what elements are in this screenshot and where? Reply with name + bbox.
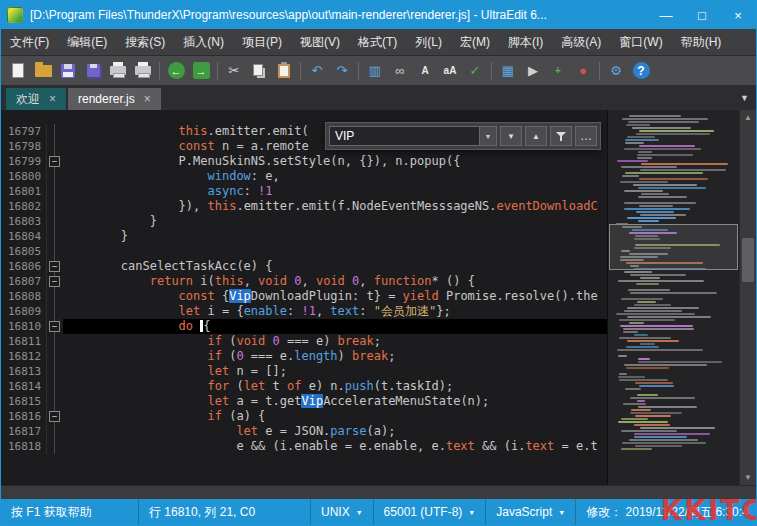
minimap-viewport[interactable]: [609, 224, 738, 270]
case-toggle-icon[interactable]: aA: [438, 59, 462, 83]
play-macro-icon[interactable]: ▶: [521, 59, 545, 83]
status-line-ending[interactable]: UNIX ▼: [311, 499, 374, 525]
fold-column: [47, 169, 63, 184]
fold-collapse-icon[interactable]: −: [49, 156, 60, 167]
minimize-button[interactable]: —: [648, 1, 684, 29]
scroll-down-icon[interactable]: ▼: [740, 470, 756, 485]
record-icon-glyph: ●: [579, 63, 587, 78]
undo-icon[interactable]: ↶: [305, 59, 329, 83]
status-position[interactable]: 行 16810, 列 21, C0: [139, 499, 311, 525]
editor-line-16813[interactable]: 16813 let n = [];: [1, 364, 607, 379]
editor-line-16817[interactable]: 16817 let e = JSON.parse(a);: [1, 424, 607, 439]
editor-line-16800[interactable]: 16800 window: e,: [1, 169, 607, 184]
record-icon[interactable]: ●: [571, 59, 595, 83]
save-icon[interactable]: [56, 59, 80, 83]
editor-line-16801[interactable]: 16801 async: !1: [1, 184, 607, 199]
save-all-icon[interactable]: [81, 59, 105, 83]
editor-line-16803[interactable]: 16803 }: [1, 214, 607, 229]
editor-line-16805[interactable]: 16805: [1, 244, 607, 259]
editor-line-16802[interactable]: 16802 }), this.emitter.emit(f.NodeEventM…: [1, 199, 607, 214]
editor-line-16807[interactable]: 16807− return i(this, void 0, void 0, fu…: [1, 274, 607, 289]
minimap[interactable]: [607, 110, 739, 485]
scroll-up-icon[interactable]: ▲: [740, 110, 756, 125]
toolbar-divider: [491, 62, 492, 80]
cut-icon[interactable]: ✂: [222, 59, 246, 83]
find-icon[interactable]: ∞: [388, 59, 412, 83]
find-prev-button[interactable]: ▲: [525, 126, 547, 146]
find-more-button[interactable]: …: [575, 126, 597, 146]
editor-line-16816[interactable]: 16816− if (a) {: [1, 409, 607, 424]
menu-item[interactable]: 文件(F): [1, 29, 58, 55]
fold-collapse-icon[interactable]: −: [49, 321, 60, 332]
menu-item[interactable]: 搜索(S): [116, 29, 174, 55]
tab-welcome[interactable]: 欢迎×: [6, 88, 66, 110]
redo-icon[interactable]: ↷: [330, 59, 354, 83]
settings-gear-icon[interactable]: ⚙: [604, 59, 628, 83]
find-next-button[interactable]: ▼: [500, 126, 522, 146]
fold-column[interactable]: −: [47, 154, 63, 169]
open-folder-icon[interactable]: [31, 59, 55, 83]
fold-collapse-icon[interactable]: −: [49, 411, 60, 422]
editor-line-16806[interactable]: 16806− canSelectTaskAcc(e) {: [1, 259, 607, 274]
ultraedit-window: [D:\Program Files\ThunderX\Program\resou…: [0, 0, 757, 526]
status-encoding[interactable]: 65001 (UTF-8) ▼: [374, 499, 487, 525]
menu-item[interactable]: 格式(T): [349, 29, 406, 55]
tab-close-icon[interactable]: ×: [144, 92, 151, 106]
tab-list-dropdown-icon[interactable]: ▼: [740, 93, 749, 103]
table-icon[interactable]: ▦: [496, 59, 520, 83]
fold-column[interactable]: −: [47, 274, 63, 289]
menu-item[interactable]: 列(L): [406, 29, 451, 55]
editor-line-16811[interactable]: 16811 if (void 0 === e) break;: [1, 334, 607, 349]
menu-item[interactable]: 视图(V): [291, 29, 349, 55]
menu-item[interactable]: 窗口(W): [610, 29, 671, 55]
print-preview-icon[interactable]: [131, 59, 155, 83]
back-icon[interactable]: ←: [164, 59, 188, 83]
fold-collapse-icon[interactable]: −: [49, 276, 60, 287]
menu-item[interactable]: 帮助(H): [672, 29, 731, 55]
scrollbar-thumb[interactable]: [742, 238, 754, 282]
fold-column[interactable]: −: [47, 319, 63, 334]
menu-item[interactable]: 高级(A): [552, 29, 610, 55]
fold-column[interactable]: −: [47, 409, 63, 424]
vertical-scrollbar[interactable]: ▲ ▼: [739, 110, 756, 485]
editor-line-16812[interactable]: 16812 if (0 === e.length) break;: [1, 349, 607, 364]
editor-line-16815[interactable]: 16815 let a = t.getVipAccelerateMenuStat…: [1, 394, 607, 409]
fold-collapse-icon[interactable]: −: [49, 261, 60, 272]
code-pane[interactable]: 16797 this.emitter.emit(16798 const n = …: [1, 110, 607, 485]
editor-line-16804[interactable]: 16804 }: [1, 229, 607, 244]
tab-renderer-js[interactable]: renderer.js×: [68, 88, 161, 110]
title-bar[interactable]: [D:\Program Files\ThunderX\Program\resou…: [1, 1, 756, 29]
add-icon[interactable]: +: [546, 59, 570, 83]
menu-item[interactable]: 项目(P): [233, 29, 291, 55]
editor-line-16809[interactable]: 16809 let i = {enable: !1, text: "会员加速"}…: [1, 304, 607, 319]
tab-close-icon[interactable]: ×: [49, 92, 56, 106]
code-text: }: [63, 214, 607, 229]
editor-line-16808[interactable]: 16808 const {VipDownloadPlugin: t} = yie…: [1, 289, 607, 304]
fold-column[interactable]: −: [47, 259, 63, 274]
new-file-icon[interactable]: [6, 59, 30, 83]
menu-item[interactable]: 编辑(E): [58, 29, 116, 55]
maximize-button[interactable]: □: [684, 1, 720, 29]
editor-line-16814[interactable]: 16814 for (let t of e) n.push(t.taskId);: [1, 379, 607, 394]
column-mode-icon[interactable]: ▥: [363, 59, 387, 83]
menu-item[interactable]: 宏(M): [451, 29, 499, 55]
spellcheck-icon[interactable]: ✓: [463, 59, 487, 83]
close-button[interactable]: ×: [720, 1, 756, 29]
combo-dropdown-icon[interactable]: ▼: [479, 127, 496, 145]
uppercase-icon[interactable]: A: [413, 59, 437, 83]
editor-line-16799[interactable]: 16799− P.MenuSkinNS.setStyle(n, {}), n.p…: [1, 154, 607, 169]
go-icon[interactable]: →: [189, 59, 213, 83]
status-syntax[interactable]: JavaScript ▼: [486, 499, 576, 525]
menu-item[interactable]: 脚本(I): [499, 29, 552, 55]
filter-icon: [555, 131, 567, 141]
menu-item[interactable]: 插入(N): [174, 29, 233, 55]
find-input[interactable]: [330, 127, 479, 145]
help-icon[interactable]: ?: [629, 59, 653, 83]
print-icon[interactable]: [106, 59, 130, 83]
find-filter-button[interactable]: [550, 126, 572, 146]
paste-icon[interactable]: [272, 59, 296, 83]
editor-line-16810[interactable]: 16810− do {: [1, 319, 607, 334]
copy-icon[interactable]: [247, 59, 271, 83]
code-text: async: !1: [63, 184, 607, 199]
editor-line-16818[interactable]: 16818 e && (i.enable = e.enable, e.text …: [1, 439, 607, 454]
